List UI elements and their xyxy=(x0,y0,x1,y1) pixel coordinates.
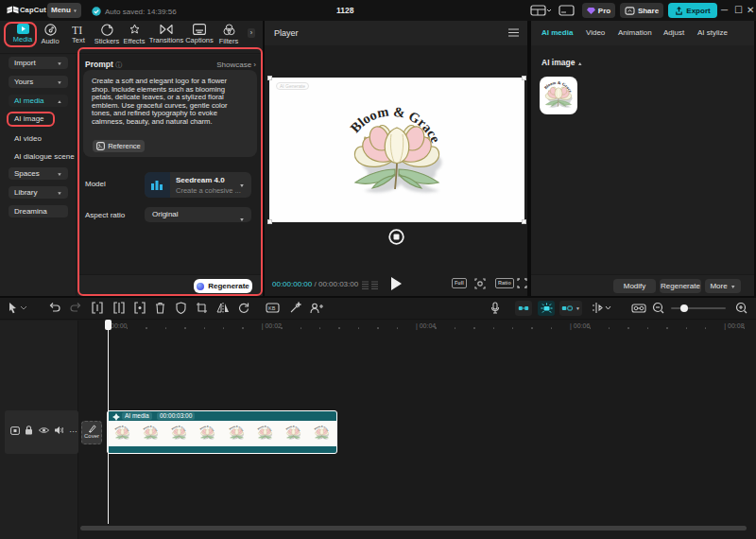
svg-text:KB: KB xyxy=(268,305,276,311)
svg-text:TI: TI xyxy=(72,24,82,35)
